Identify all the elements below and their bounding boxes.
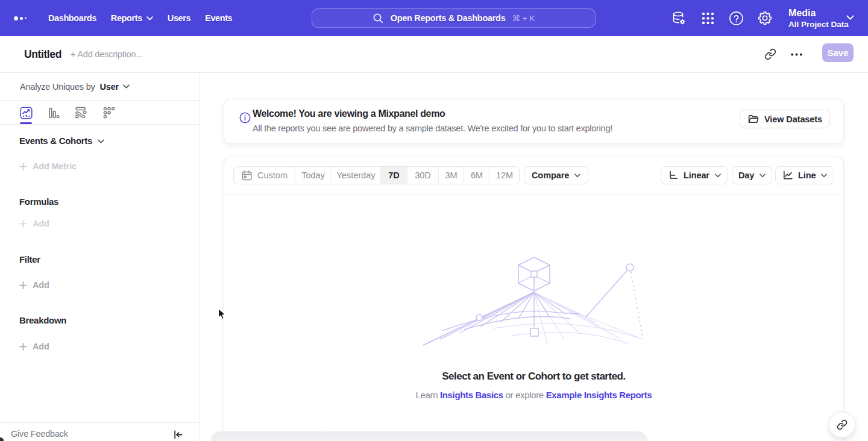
scale-selector[interactable]: Linear xyxy=(661,166,728,184)
range-label: 30D xyxy=(415,170,431,180)
insights-basics-link[interactable]: Insights Basics xyxy=(440,390,503,400)
scale-label: Linear xyxy=(684,170,709,180)
range-label: 12M xyxy=(496,170,513,180)
floating-share-link-button[interactable] xyxy=(829,411,855,438)
range-30d[interactable]: 30D xyxy=(407,167,439,184)
nav-item-label: Reports xyxy=(111,13,142,23)
chevron-down-icon xyxy=(760,174,766,178)
empty-state-subtitle: Learn Insights Basics or explore Example… xyxy=(224,390,843,400)
collapse-sidebar-icon[interactable] xyxy=(173,430,183,440)
chevron-down-icon xyxy=(146,16,153,20)
project-scope: All Project Data xyxy=(788,19,849,30)
calendar-icon xyxy=(241,170,253,181)
interval-label: Day xyxy=(738,170,754,180)
range-3m[interactable]: 3M xyxy=(439,167,464,184)
add-breakdown-button[interactable]: Add xyxy=(19,341,199,352)
help-icon[interactable] xyxy=(729,0,744,36)
report-title[interactable]: Untitled xyxy=(24,36,61,72)
add-description[interactable]: + Add description... xyxy=(71,36,143,72)
empty-state-illustration xyxy=(422,256,646,348)
add-metric-button[interactable]: Add Metric xyxy=(19,161,199,172)
nav-item-events[interactable]: Events xyxy=(205,13,232,23)
add-label: Add xyxy=(33,280,49,290)
global-search[interactable]: Open Reports & Dashboards ⌘ + K xyxy=(312,8,596,28)
section-heading-label: Breakdown xyxy=(19,315,66,326)
sidebar-footer: Give Feedback xyxy=(0,422,199,441)
plus-icon xyxy=(19,281,27,289)
nav-item-label: Events xyxy=(205,13,232,23)
chevron-down-icon xyxy=(574,174,580,178)
range-12m[interactable]: 12M xyxy=(490,167,519,184)
save-button[interactable]: Save xyxy=(822,43,854,62)
query-sections: Events & Cohorts Add Metric Formulas Add… xyxy=(0,136,199,352)
subtitle-text: Learn xyxy=(416,390,440,400)
example-reports-link[interactable]: Example Insights Reports xyxy=(546,390,652,400)
compare-label: Compare xyxy=(532,170,569,180)
analyze-label: Analyze Uniques by xyxy=(20,82,95,92)
analyze-entity-select[interactable]: User xyxy=(100,82,130,92)
section-events-cohorts[interactable]: Events & Cohorts xyxy=(19,136,199,146)
info-icon xyxy=(239,112,251,124)
section-formulas: Formulas xyxy=(19,196,199,207)
tab-insights-chart[interactable] xyxy=(12,101,40,125)
range-label: Custom xyxy=(257,170,288,180)
give-feedback-link[interactable]: Give Feedback xyxy=(11,429,68,439)
search-placeholder: Open Reports & Dashboards xyxy=(391,13,506,23)
range-label: 6M xyxy=(471,170,483,180)
subtitle-text: or explore xyxy=(503,390,546,400)
apps-grid-icon[interactable] xyxy=(700,0,715,36)
project-chevron-icon[interactable] xyxy=(846,15,854,20)
nav-item-reports[interactable]: Reports xyxy=(111,13,153,23)
top-nav: Dashboards Reports Users Events Open Rep… xyxy=(0,0,868,36)
range-label: 3M xyxy=(445,170,457,180)
line-chart-icon xyxy=(782,170,793,181)
search-shortcut: ⌘ + K xyxy=(512,13,535,23)
range-yesterday[interactable]: Yesterday xyxy=(332,167,381,184)
chart-type-selector[interactable]: Line xyxy=(775,166,834,184)
settings-gear-icon[interactable] xyxy=(757,0,773,36)
mixpanel-logo[interactable] xyxy=(14,0,27,36)
empty-state: Select an Event or Cohort to get started… xyxy=(224,196,843,400)
data-management-icon[interactable] xyxy=(671,0,687,36)
section-breakdown: Breakdown xyxy=(19,315,199,326)
banner-title: Welcome! You are viewing a Mixpanel demo xyxy=(253,108,445,119)
tab-flows[interactable] xyxy=(68,101,95,125)
add-label: Add xyxy=(33,218,49,229)
section-heading-label: Formulas xyxy=(19,196,58,207)
add-label: Add Metric xyxy=(33,161,77,172)
plus-icon xyxy=(19,163,27,170)
range-today[interactable]: Today xyxy=(295,167,332,184)
view-datasets-button[interactable]: View Datasets xyxy=(740,110,830,128)
nav-item-label: Users xyxy=(168,13,190,23)
section-heading-label: Filter xyxy=(19,254,40,265)
report-card: Custom Today Yesterday 7D 30D 3M 6M 12M … xyxy=(224,157,844,441)
compare-button[interactable]: Compare xyxy=(524,166,588,184)
axis-scale-icon xyxy=(668,170,679,181)
range-custom[interactable]: Custom xyxy=(234,167,295,184)
project-switcher[interactable]: Media All Project Data xyxy=(788,0,849,36)
tab-retention[interactable] xyxy=(95,101,123,125)
chevron-down-icon xyxy=(715,174,721,178)
chart-type-label: Line xyxy=(798,170,816,180)
project-name: Media xyxy=(788,7,849,19)
section-filter: Filter xyxy=(19,254,199,265)
measurement-tabs xyxy=(0,101,199,125)
chart-controls: Custom Today Yesterday 7D 30D 3M 6M 12M … xyxy=(224,157,843,195)
interval-selector[interactable]: Day xyxy=(732,166,772,184)
range-7d[interactable]: 7D xyxy=(381,167,407,184)
date-range-picker: Custom Today Yesterday 7D 30D 3M 6M 12M xyxy=(233,166,520,184)
add-formula-button[interactable]: Add xyxy=(19,218,199,229)
search-icon xyxy=(373,13,384,24)
nav-item-dashboards[interactable]: Dashboards xyxy=(48,13,96,23)
folder-open-icon xyxy=(747,113,760,125)
more-options-icon[interactable] xyxy=(790,48,803,60)
range-label: Today xyxy=(301,170,325,180)
nav-item-label: Dashboards xyxy=(48,13,96,23)
section-heading-label: Events & Cohorts xyxy=(19,136,92,146)
banner-subtitle: All the reports you see are powered by a… xyxy=(253,124,612,133)
copy-link-icon[interactable] xyxy=(764,48,776,60)
tab-bar-chart[interactable] xyxy=(40,101,68,125)
range-6m[interactable]: 6M xyxy=(464,167,490,184)
add-filter-button[interactable]: Add xyxy=(19,280,199,290)
nav-item-users[interactable]: Users xyxy=(168,13,190,23)
